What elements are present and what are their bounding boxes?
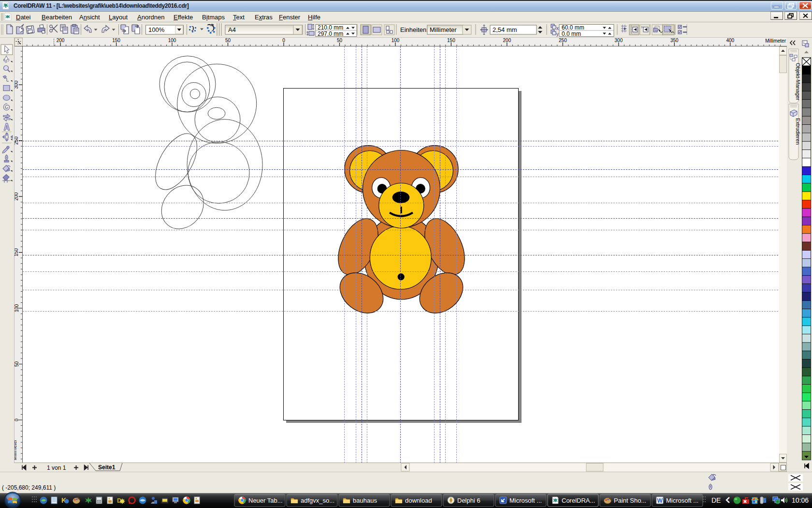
svg-text:250: 250 bbox=[559, 38, 567, 43]
svg-text:1 von 1: 1 von 1 bbox=[47, 464, 66, 471]
svg-text:0: 0 bbox=[14, 418, 19, 421]
svg-text:200: 200 bbox=[57, 38, 65, 43]
svg-text:100: 100 bbox=[392, 38, 400, 43]
svg-text:350: 350 bbox=[670, 38, 679, 43]
svg-text:300: 300 bbox=[14, 80, 19, 89]
svg-text:50: 50 bbox=[337, 38, 343, 43]
svg-text:x: x bbox=[556, 26, 559, 31]
svg-text:Seite1: Seite1 bbox=[98, 464, 116, 471]
svg-text:100%: 100% bbox=[148, 26, 165, 33]
svg-text:150: 150 bbox=[112, 38, 120, 43]
svg-text:300: 300 bbox=[615, 38, 623, 43]
svg-text:100: 100 bbox=[14, 304, 19, 312]
svg-text:y: y bbox=[556, 31, 559, 37]
svg-text:100: 100 bbox=[168, 38, 176, 43]
svg-text:Paint Sho...: Paint Sho... bbox=[614, 497, 646, 504]
svg-text:bauhaus: bauhaus bbox=[353, 497, 377, 504]
svg-text:Neuer Tab...: Neuer Tab... bbox=[248, 497, 283, 504]
svg-text:50: 50 bbox=[14, 361, 19, 367]
svg-text:Delphi 6: Delphi 6 bbox=[457, 497, 480, 504]
svg-text:50: 50 bbox=[225, 38, 231, 43]
svg-text:Millimeter: Millimeter bbox=[430, 26, 457, 33]
svg-text:DE: DE bbox=[711, 496, 721, 504]
svg-text:Microsoft ...: Microsoft ... bbox=[509, 497, 542, 504]
svg-text:Extrudieren: Extrudieren bbox=[795, 118, 801, 145]
svg-text:2,54 mm: 2,54 mm bbox=[493, 26, 517, 33]
svg-text:Einheiten:: Einheiten: bbox=[400, 26, 428, 33]
svg-text:adfgvx_so...: adfgvx_so... bbox=[301, 497, 334, 504]
svg-text:download: download bbox=[405, 497, 432, 504]
svg-text:10:06: 10:06 bbox=[792, 496, 809, 504]
svg-text:W: W bbox=[657, 497, 663, 504]
svg-text:A4: A4 bbox=[228, 26, 236, 33]
svg-text:Microsoft ...: Microsoft ... bbox=[666, 497, 698, 504]
svg-text:297.0 mm: 297.0 mm bbox=[318, 30, 343, 37]
svg-text:400: 400 bbox=[726, 38, 734, 43]
svg-text:0: 0 bbox=[282, 38, 285, 43]
svg-text:Objekt-Manager: Objekt-Manager bbox=[795, 63, 801, 101]
svg-text:Millimeter: Millimeter bbox=[765, 38, 786, 44]
svg-text:200: 200 bbox=[14, 192, 19, 200]
svg-text:250: 250 bbox=[14, 136, 19, 145]
svg-text:CorelDRA...: CorelDRA... bbox=[562, 497, 595, 504]
svg-text:150: 150 bbox=[14, 248, 19, 256]
svg-text:0.0 mm: 0.0 mm bbox=[562, 30, 581, 37]
svg-text:200: 200 bbox=[503, 38, 511, 43]
svg-text:150: 150 bbox=[447, 38, 455, 43]
